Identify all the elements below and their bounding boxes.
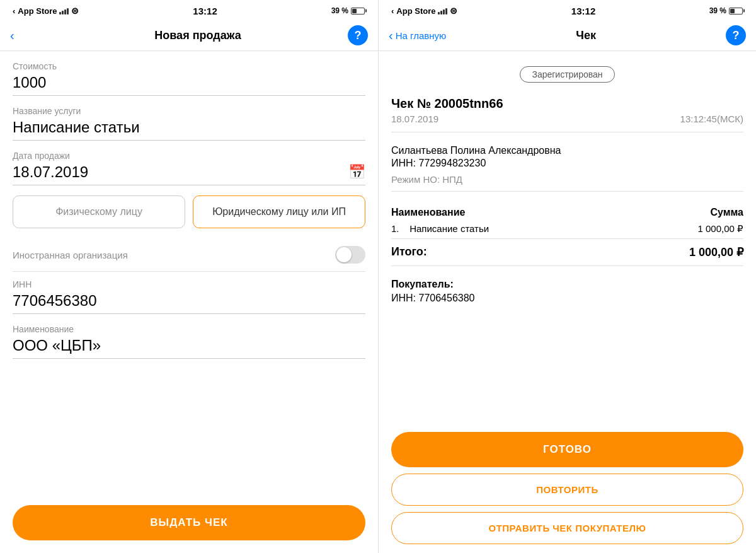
inn-field-group: ИНН 7706456380	[13, 279, 365, 314]
wifi-icon: ⊜	[71, 6, 79, 16]
item-number: 1.	[391, 223, 399, 234]
battery-icon	[351, 8, 365, 15]
buyer-inn: ИНН: 7706456380	[391, 293, 743, 304]
time-display-right: 13:12	[571, 6, 595, 16]
date-value[interactable]: 18.07.2019	[13, 163, 88, 181]
help-button-left[interactable]: ?	[348, 25, 368, 45]
foreign-org-label: Иностранная организация	[13, 250, 128, 260]
right-content: Зарегистрирован Чек № 20005tnn66 18.07.2…	[379, 51, 756, 426]
cost-value[interactable]: 1000	[13, 74, 365, 96]
legal-entity-button[interactable]: Юридическому лицу или ИП	[193, 195, 365, 228]
status-badge: Зарегистрирован	[520, 66, 614, 83]
send-receipt-button[interactable]: ОТПРАВИТЬ ЧЕК ПОКУПАТЕЛЮ	[391, 512, 743, 544]
service-value[interactable]: Написание статьи	[13, 119, 365, 141]
status-bar-left-side: ‹ App Store ⊜	[13, 6, 79, 16]
chevron-back-icon-right: ‹	[391, 6, 394, 16]
customer-type-toggle: Физическому лицу Юридическому лицу или И…	[13, 195, 365, 228]
org-field-group: Наименование ООО «ЦБП»	[13, 324, 365, 359]
nav-bar-right: ‹ На главную Чек ?	[379, 20, 756, 51]
chevron-back-icon: ‹	[13, 6, 15, 16]
status-bar-right-side: ‹ App Store ⊜	[391, 6, 457, 16]
table-row: 1. Написание статьи 1 000,00 ₽	[391, 223, 743, 235]
table-header-name: Наименование	[391, 207, 465, 218]
cost-field-group: Стоимость 1000	[13, 61, 365, 96]
foreign-org-row: Иностранная организация	[13, 241, 365, 272]
check-number: Чек № 20005tnn66	[391, 96, 743, 111]
time-display: 13:12	[193, 6, 217, 16]
calendar-icon[interactable]: 📅	[348, 164, 365, 180]
back-text-right: На главную	[396, 30, 447, 41]
table-header: Наименование Сумма	[391, 204, 743, 218]
back-button-right[interactable]: ‹ На главную	[389, 29, 446, 42]
chevron-left-icon: ‹	[10, 29, 14, 42]
date-field-group: Дата продажи 18.07.2019 📅	[13, 151, 365, 185]
person-inn: ИНН: 772994823230	[391, 158, 743, 169]
total-value: 1 000,00 ₽	[689, 245, 743, 259]
cost-label: Стоимость	[13, 61, 365, 71]
receipt-date: 18.07.2019	[391, 114, 438, 124]
receipt-date-row: 18.07.2019 13:12:45(МСК)	[391, 114, 743, 124]
back-button-left[interactable]: ‹	[10, 29, 48, 42]
signal-icon-right	[438, 7, 447, 15]
receipt-person-section: Силантьева Полина Александровна ИНН: 772…	[391, 139, 743, 192]
toggle-thumb	[336, 247, 352, 262]
left-screen: ‹ App Store ⊜ 13:12 39 % ‹ Новая продажа	[0, 0, 378, 553]
battery-percent: 39 %	[331, 6, 348, 15]
signal-icon	[59, 7, 69, 15]
nav-bar-left: ‹ Новая продажа ?	[0, 20, 378, 51]
table-header-sum: Сумма	[710, 207, 743, 218]
inn-value[interactable]: 7706456380	[13, 292, 365, 314]
help-button-right[interactable]: ?	[726, 25, 746, 45]
receipt-items-section: Наименование Сумма 1. Написание статьи 1…	[391, 198, 743, 266]
status-badge-area: Зарегистрирован	[391, 66, 743, 83]
date-label: Дата продажи	[13, 151, 365, 161]
org-value[interactable]: ООО «ЦБП»	[13, 337, 365, 359]
buyer-title: Покупатель:	[391, 279, 743, 290]
right-screen: ‹ App Store ⊜ 13:12 39 % ‹ На главную	[378, 0, 756, 553]
service-label: Название услуги	[13, 106, 365, 116]
repeat-button[interactable]: ПОВТОРИТЬ	[391, 474, 743, 506]
ready-button[interactable]: ГОТОВО	[391, 432, 743, 467]
item-name: Написание статьи	[410, 223, 489, 234]
receipt-header-section: Чек № 20005tnn66 18.07.2019 13:12:45(МСК…	[391, 90, 743, 132]
total-row: Итого: 1 000,00 ₽	[391, 238, 743, 259]
item-sum: 1 000,00 ₽	[697, 223, 743, 235]
battery-area-right: 39 %	[709, 6, 743, 15]
page-title-left: Новая продажа	[48, 29, 348, 42]
status-bar-right: ‹ App Store ⊜ 13:12 39 %	[379, 0, 756, 20]
wifi-icon-right: ⊜	[450, 6, 457, 16]
page-title-right: Чек	[446, 29, 726, 42]
left-content: Стоимость 1000 Название услуги Написание…	[0, 51, 378, 495]
battery-percent-right: 39 %	[709, 6, 726, 15]
submit-button-area: ВЫДАТЬ ЧЕК	[0, 495, 378, 553]
battery-icon-right	[729, 8, 743, 15]
foreign-org-toggle[interactable]	[335, 246, 365, 264]
submit-button[interactable]: ВЫДАТЬ ЧЕК	[13, 505, 365, 540]
individual-button[interactable]: Физическому лицу	[13, 195, 185, 228]
inn-label: ИНН	[13, 279, 365, 289]
item-number-and-name: 1. Написание статьи	[391, 223, 489, 235]
app-store-label: App Store	[18, 6, 57, 16]
service-field-group: Название услуги Написание статьи	[13, 106, 365, 141]
receipt-time: 13:12:45(МСК)	[680, 114, 743, 124]
chevron-left-icon-right: ‹	[389, 29, 393, 42]
total-label: Итого:	[391, 245, 427, 259]
status-bar-left: ‹ App Store ⊜ 13:12 39 %	[0, 0, 378, 20]
tax-mode: Режим НО: НПД	[391, 174, 743, 185]
app-store-label-right: App Store	[396, 6, 435, 16]
action-buttons-area: ГОТОВО ПОВТОРИТЬ ОТПРАВИТЬ ЧЕК ПОКУПАТЕЛ…	[379, 426, 756, 553]
org-label: Наименование	[13, 324, 365, 334]
date-value-row: 18.07.2019 📅	[13, 163, 365, 185]
battery-area: 39 %	[331, 6, 365, 15]
receipt-buyer-section: Покупатель: ИНН: 7706456380	[391, 272, 743, 310]
person-name: Силантьева Полина Александровна	[391, 145, 743, 156]
